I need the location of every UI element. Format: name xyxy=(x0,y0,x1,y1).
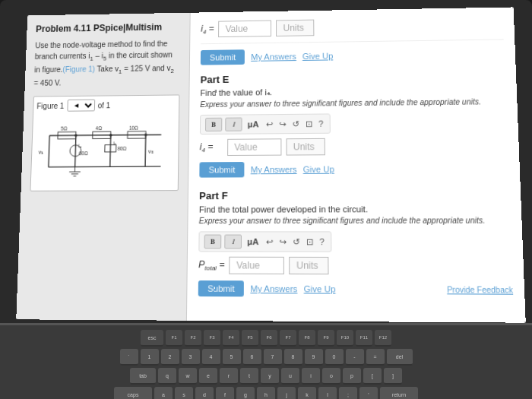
part-f-my-answers-link[interactable]: My Answers xyxy=(250,284,297,294)
part-f-redo-icon[interactable]: ↪ xyxy=(277,236,288,247)
part-e-note: Express your answer to three significant… xyxy=(200,97,506,109)
key-equals[interactable]: = xyxy=(366,349,385,366)
key-f2[interactable]: F2 xyxy=(185,330,201,347)
part-e-my-answers-link[interactable]: My Answers xyxy=(251,165,297,175)
part-e-bold-btn[interactable]: 𝐁 xyxy=(205,118,222,131)
key-p[interactable]: p xyxy=(343,368,361,385)
key-8[interactable]: 8 xyxy=(284,349,302,366)
part-e-image-icon[interactable]: ⊡ xyxy=(304,119,314,128)
key-t[interactable]: t xyxy=(240,368,258,385)
key-o[interactable]: o xyxy=(322,368,340,385)
key-l[interactable]: l xyxy=(318,387,337,399)
part-e-help-icon[interactable]: ? xyxy=(317,119,325,128)
top-value-input[interactable]: Value xyxy=(219,21,272,38)
key-0[interactable]: 0 xyxy=(325,349,344,366)
key-e[interactable]: e xyxy=(199,368,217,385)
key-f4[interactable]: F4 xyxy=(223,330,239,347)
key-f6[interactable]: F6 xyxy=(261,330,277,347)
part-f-italic-btn[interactable]: 𝐼 xyxy=(224,235,242,249)
key-quote[interactable]: ' xyxy=(359,387,378,399)
key-6[interactable]: 6 xyxy=(243,349,261,366)
key-f3[interactable]: F3 xyxy=(204,330,220,347)
part-e-submit-button[interactable]: Submit xyxy=(199,162,244,178)
key-s[interactable]: s xyxy=(175,387,193,399)
part-f-help-icon[interactable]: ? xyxy=(318,237,326,247)
key-9[interactable]: 9 xyxy=(305,349,323,366)
key-esc[interactable]: esc xyxy=(141,330,163,347)
key-semicolon[interactable]: ; xyxy=(339,387,357,399)
part-e-value-input[interactable]: Value xyxy=(227,138,281,156)
key-k[interactable]: k xyxy=(298,387,316,399)
key-f1[interactable]: F1 xyxy=(166,330,182,347)
top-submit-button[interactable]: Submit xyxy=(201,49,245,65)
part-e-answer-label: i4 = xyxy=(200,141,223,154)
key-5[interactable]: 5 xyxy=(223,349,241,366)
part-f-section: Part F Find the total power developed in… xyxy=(198,189,514,298)
key-minus[interactable]: - xyxy=(346,349,364,366)
provide-feedback-link[interactable]: Provide Feedback xyxy=(447,285,513,294)
part-e-undo-icon[interactable]: ↩ xyxy=(264,119,274,129)
key-caps[interactable]: caps xyxy=(114,387,152,399)
svg-text:80Ω: 80Ω xyxy=(117,146,126,151)
part-e-unit-label: μA xyxy=(245,119,261,128)
part-e-give-up-link[interactable]: Give Up xyxy=(303,164,334,173)
key-a[interactable]: a xyxy=(154,387,173,399)
key-backtick[interactable]: ` xyxy=(120,349,138,366)
key-return[interactable]: return xyxy=(380,387,418,399)
part-e-button-row: Submit My Answers Give Up xyxy=(199,160,508,178)
top-my-answers-link[interactable]: My Answers xyxy=(251,52,296,62)
svg-line-1 xyxy=(49,166,161,167)
key-f11[interactable]: F11 xyxy=(356,330,372,347)
key-1[interactable]: 1 xyxy=(141,349,159,366)
part-f-bold-btn[interactable]: 𝐁 xyxy=(204,235,222,249)
key-lbracket[interactable]: [ xyxy=(363,368,382,385)
svg-text:v₁: v₁ xyxy=(39,148,44,155)
part-f-refresh-icon[interactable]: ↺ xyxy=(291,236,302,247)
key-f5[interactable]: F5 xyxy=(242,330,258,347)
key-f12[interactable]: F12 xyxy=(375,330,391,347)
part-f-submit-button[interactable]: Submit xyxy=(198,280,244,296)
key-f10[interactable]: F10 xyxy=(337,330,353,347)
top-units-input[interactable]: Units xyxy=(276,20,314,36)
key-y[interactable]: y xyxy=(261,368,279,385)
key-d[interactable]: d xyxy=(195,387,214,399)
key-f9[interactable]: F9 xyxy=(318,330,334,347)
part-f-units-input[interactable]: Units xyxy=(290,257,329,274)
key-f8[interactable]: F8 xyxy=(299,330,315,347)
svg-text:5Ω: 5Ω xyxy=(61,126,68,131)
key-h[interactable]: h xyxy=(257,387,275,399)
part-f-button-row: Submit My Answers Give Up Provide Feedba… xyxy=(198,280,514,298)
keyboard-inner: esc F1 F2 F3 F4 F5 F6 F7 F8 F9 F10 F11 F… xyxy=(19,330,513,399)
key-row-numbers: ` 1 2 3 4 5 6 7 8 9 0 - = del xyxy=(19,349,513,366)
figure-select[interactable]: ◄ xyxy=(67,100,95,112)
keyboard: esc F1 F2 F3 F4 F5 F6 F7 F8 F9 F10 F11 F… xyxy=(0,323,532,399)
part-e-refresh-icon[interactable]: ↺ xyxy=(290,119,300,128)
key-delete[interactable]: del xyxy=(387,349,413,366)
key-2[interactable]: 2 xyxy=(161,349,179,366)
key-rbracket[interactable]: ] xyxy=(384,368,402,385)
part-e-units-input[interactable]: Units xyxy=(287,138,325,156)
key-i[interactable]: i xyxy=(302,368,320,385)
key-tab[interactable]: tab xyxy=(130,368,156,385)
key-f7[interactable]: F7 xyxy=(280,330,296,347)
svg-line-17 xyxy=(110,135,111,167)
part-e-instruction: Find the value of i₄. xyxy=(200,85,505,98)
key-q[interactable]: q xyxy=(158,368,176,385)
part-f-image-icon[interactable]: ⊡ xyxy=(304,236,315,247)
key-g[interactable]: g xyxy=(236,387,255,399)
part-e-redo-icon[interactable]: ↪ xyxy=(277,119,287,128)
part-f-undo-icon[interactable]: ↩ xyxy=(264,236,274,247)
part-f-give-up-link[interactable]: Give Up xyxy=(304,284,336,294)
key-7[interactable]: 7 xyxy=(264,349,282,366)
key-u[interactable]: u xyxy=(281,368,299,385)
key-j[interactable]: j xyxy=(277,387,296,399)
key-3[interactable]: 3 xyxy=(182,349,200,366)
key-4[interactable]: 4 xyxy=(202,349,220,366)
svg-line-13 xyxy=(75,135,76,167)
key-w[interactable]: w xyxy=(179,368,197,385)
part-f-value-input[interactable]: Value xyxy=(230,257,285,274)
top-give-up-link[interactable]: Give Up xyxy=(302,52,333,61)
key-r[interactable]: r xyxy=(220,368,238,385)
key-f[interactable]: f xyxy=(216,387,234,399)
part-e-italic-btn[interactable]: 𝐼 xyxy=(225,118,242,131)
